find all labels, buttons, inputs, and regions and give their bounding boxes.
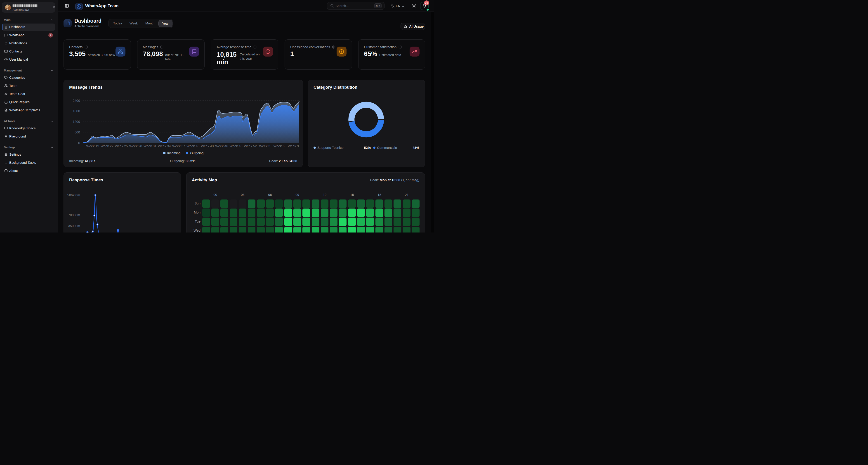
svg-text:35000m: 35000m [68, 224, 80, 228]
svg-text:Week 22: Week 22 [101, 144, 114, 148]
svg-text:Week 25: Week 25 [115, 144, 128, 148]
svg-text:Week 3: Week 3 [259, 144, 270, 148]
svg-text:Week 43: Week 43 [201, 144, 214, 148]
svg-text:1200: 1200 [73, 120, 80, 123]
svg-text:Week 52: Week 52 [244, 144, 257, 148]
svg-text:Week 49: Week 49 [230, 144, 243, 148]
svg-text:Week 28: Week 28 [129, 144, 142, 148]
svg-text:70000m: 70000m [68, 213, 80, 217]
svg-text:1800: 1800 [73, 109, 80, 113]
svg-text:Week 9: Week 9 [288, 144, 299, 148]
svg-text:2400: 2400 [73, 98, 80, 102]
svg-text:Week 19: Week 19 [86, 144, 99, 148]
svg-text:0: 0 [78, 141, 80, 145]
svg-text:Week 6: Week 6 [274, 144, 285, 148]
svg-text:Week 34: Week 34 [158, 144, 171, 148]
svg-text:Week 37: Week 37 [172, 144, 185, 148]
svg-text:600: 600 [74, 130, 80, 134]
svg-text:Week 46: Week 46 [215, 144, 228, 148]
svg-text:5862.8m: 5862.8m [67, 193, 80, 197]
svg-text:Week 31: Week 31 [144, 144, 156, 148]
svg-text:Week 40: Week 40 [186, 144, 199, 148]
